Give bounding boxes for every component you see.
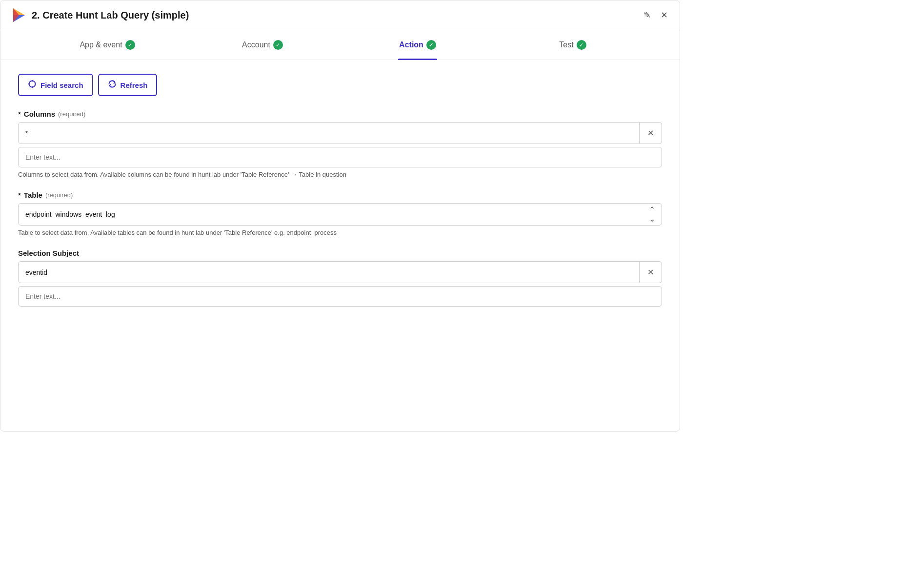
table-select[interactable]: endpoint_windows_event_log endpoint_proc… [18,203,662,226]
selection-subject-clear-icon: ✕ [647,268,654,277]
columns-text-input[interactable] [18,147,662,167]
main-content: Field search Refresh * Columns ( [0,60,680,332]
field-search-button[interactable]: Field search [18,74,93,96]
selection-subject-label-text: Selection Subject [18,249,79,257]
tab-account-label: Account [242,41,270,49]
tab-test-label: Test [559,41,573,49]
steps-navigation: App & event ✓ Account ✓ Action ✓ Test ✓ [0,30,680,60]
refresh-icon [108,80,117,90]
columns-clear-icon: ✕ [647,128,654,138]
selection-subject-label: Selection Subject [18,249,662,257]
selection-subject-input-row: ✕ [18,261,662,283]
main-window: 2. Create Hunt Lab Query (simple) ✎ ✕ Ap… [0,0,680,432]
app-logo [10,7,26,23]
titlebar-actions: ✎ ✕ [642,8,670,22]
columns-help-text: Columns to select data from. Available c… [18,170,662,179]
table-label: * Table (required) [18,191,662,199]
selection-subject-section: Selection Subject ✕ [18,249,662,307]
columns-clear-button[interactable]: ✕ [640,122,662,144]
columns-required-star: * [18,110,21,118]
selection-subject-text-input[interactable] [18,286,662,307]
selection-subject-text-row [18,286,662,307]
account-check-icon: ✓ [273,40,283,50]
table-required-text: (required) [45,191,73,199]
columns-section: * Columns (required) ✕ Columns to select… [18,110,662,179]
columns-label-text: Columns [24,110,55,118]
refresh-button[interactable]: Refresh [98,74,158,96]
edit-icon: ✎ [643,10,651,21]
test-check-icon: ✓ [577,40,586,50]
close-button[interactable]: ✕ [659,8,670,22]
tab-account[interactable]: Account ✓ [185,30,340,60]
svg-point-4 [29,81,36,87]
selection-subject-clear-button[interactable]: ✕ [640,261,662,283]
table-select-wrapper: endpoint_windows_event_log endpoint_proc… [18,203,662,226]
titlebar-left: 2. Create Hunt Lab Query (simple) [10,7,189,23]
edit-button[interactable]: ✎ [642,8,653,22]
table-help-text: Table to select data from. Available tab… [18,228,662,237]
close-icon: ✕ [661,10,668,21]
app-event-check-icon: ✓ [125,40,135,50]
field-search-label: Field search [40,81,83,89]
columns-required-text: (required) [58,110,85,118]
columns-label: * Columns (required) [18,110,662,118]
selection-subject-value-input[interactable] [18,261,640,283]
toolbar: Field search Refresh [18,74,662,96]
columns-value-input[interactable] [18,122,640,144]
tab-app-event-label: App & event [80,41,122,49]
tab-action[interactable]: Action ✓ [340,30,495,60]
refresh-label: Refresh [121,81,148,89]
action-check-icon: ✓ [426,40,436,50]
columns-input-row: ✕ [18,122,662,144]
table-section: * Table (required) endpoint_windows_even… [18,191,662,237]
field-search-icon [28,80,37,90]
columns-text-row [18,147,662,167]
tab-test[interactable]: Test ✓ [495,30,650,60]
tab-action-label: Action [399,41,423,49]
titlebar: 2. Create Hunt Lab Query (simple) ✎ ✕ [0,0,680,30]
page-title: 2. Create Hunt Lab Query (simple) [32,10,189,21]
tab-app-event[interactable]: App & event ✓ [30,30,185,60]
table-required-star: * [18,191,21,199]
table-label-text: Table [24,191,42,199]
